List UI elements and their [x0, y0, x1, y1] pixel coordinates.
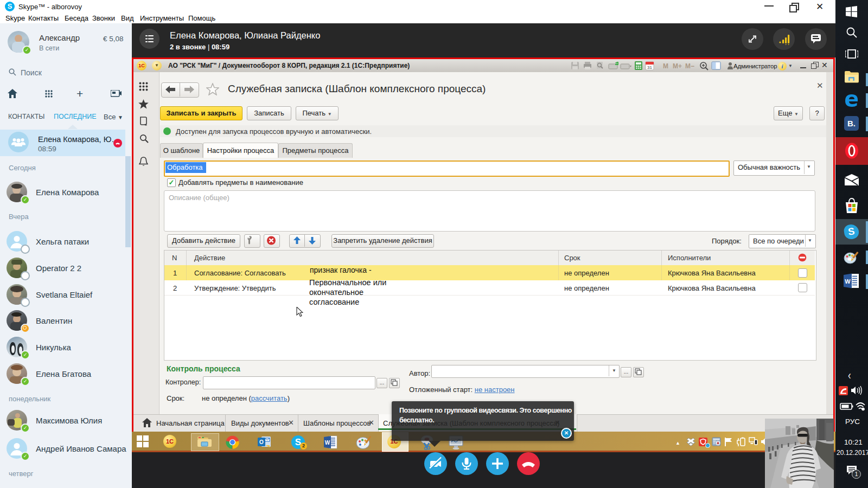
svg-text:W: W: [845, 278, 851, 285]
svg-text:31: 31: [647, 65, 652, 70]
svg-text:O: O: [259, 439, 264, 445]
svg-text:W: W: [325, 440, 330, 446]
